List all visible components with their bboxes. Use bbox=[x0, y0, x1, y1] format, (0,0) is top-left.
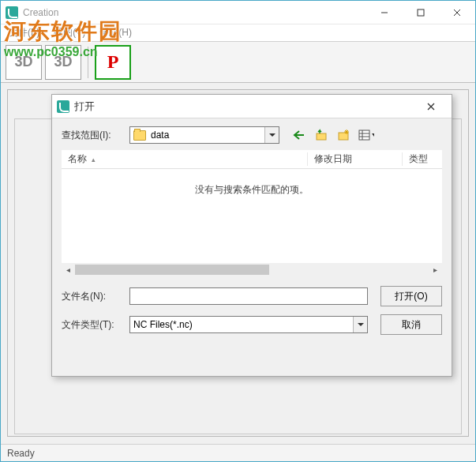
menu-help[interactable]: 帮助(H) bbox=[96, 24, 135, 41]
menu-file[interactable]: 文件(F) bbox=[6, 24, 43, 41]
horizontal-scrollbar[interactable]: ◂ ▸ bbox=[62, 263, 442, 276]
chevron-down-icon bbox=[353, 317, 367, 332]
dialog-body: 查找范围(I): data 名称▴ 修改日期 类型 bbox=[52, 118, 452, 351]
filename-label: 文件名(N): bbox=[62, 290, 125, 303]
chevron-down-icon bbox=[264, 127, 279, 143]
toolbar-3d-button-1[interactable]: 3D bbox=[6, 45, 42, 80]
lookin-combo[interactable]: data bbox=[129, 126, 279, 144]
status-bar: Ready bbox=[1, 444, 475, 461]
dialog-title: 打开 bbox=[74, 100, 95, 114]
lookin-value: data bbox=[151, 130, 169, 141]
column-date[interactable]: 修改日期 bbox=[308, 152, 403, 166]
filetype-row: 文件类型(T): NC Files(*.nc) 取消 bbox=[62, 314, 442, 335]
lookin-row: 查找范围(I): data bbox=[62, 126, 442, 144]
folder-icon bbox=[133, 130, 146, 141]
toolbar: 3D 3D P bbox=[1, 42, 475, 83]
minimize-button[interactable] bbox=[366, 1, 403, 24]
scroll-right-button[interactable]: ▸ bbox=[429, 263, 442, 276]
dialog-titlebar: 打开 bbox=[52, 95, 452, 118]
sort-indicator-icon: ▴ bbox=[92, 156, 96, 163]
nav-icon-group bbox=[292, 127, 374, 143]
lookin-label: 查找范围(I): bbox=[62, 129, 125, 142]
scroll-track[interactable] bbox=[75, 263, 429, 276]
svg-rect-13 bbox=[359, 130, 369, 140]
file-list[interactable]: 名称▴ 修改日期 类型 没有与搜索条件匹配的项。 ◂ ▸ bbox=[62, 150, 442, 276]
toolbar-3d-button-2[interactable]: 3D bbox=[45, 45, 81, 80]
new-folder-icon[interactable] bbox=[336, 127, 352, 143]
filetype-label: 文件类型(T): bbox=[62, 318, 125, 332]
filetype-combo[interactable]: NC Files(*.nc) bbox=[129, 316, 368, 333]
status-text: Ready bbox=[7, 448, 35, 459]
dialog-bottom: 文件名(N): 打开(O) 文件类型(T): NC Files(*.nc) 取消 bbox=[62, 286, 442, 335]
scroll-thumb[interactable] bbox=[75, 265, 269, 275]
dialog-app-icon bbox=[57, 100, 69, 113]
main-titlebar: Creation bbox=[1, 1, 475, 24]
close-button[interactable] bbox=[439, 1, 475, 24]
toolbar-p-button[interactable]: P bbox=[95, 45, 131, 80]
menubar: 文件(F) 视图(V) 帮助(H) bbox=[1, 24, 475, 42]
menu-view[interactable]: 视图(V) bbox=[51, 24, 88, 41]
svg-rect-1 bbox=[418, 9, 424, 16]
scroll-left-button[interactable]: ◂ bbox=[62, 263, 75, 276]
open-file-dialog: 打开 查找范围(I): data bbox=[51, 94, 452, 377]
filetype-value: NC Files(*.nc) bbox=[133, 319, 193, 330]
column-type[interactable]: 类型 bbox=[403, 152, 442, 166]
empty-list-message: 没有与搜索条件匹配的项。 bbox=[62, 169, 442, 197]
filename-row: 文件名(N): 打开(O) bbox=[62, 286, 442, 306]
cancel-button[interactable]: 取消 bbox=[380, 314, 442, 335]
maximize-button[interactable] bbox=[403, 1, 439, 24]
app-icon bbox=[6, 6, 18, 19]
svg-rect-7 bbox=[317, 133, 326, 140]
back-icon[interactable] bbox=[292, 127, 308, 143]
up-one-level-icon[interactable] bbox=[314, 127, 330, 143]
filename-input[interactable] bbox=[129, 287, 368, 305]
window-controls bbox=[366, 1, 475, 24]
main-window: Creation 文件(F) 视图(V) 帮助(H) 3D 3D P 数据格式转… bbox=[0, 0, 476, 462]
dialog-close-button[interactable] bbox=[415, 96, 447, 118]
open-button[interactable]: 打开(O) bbox=[380, 286, 442, 306]
list-header: 名称▴ 修改日期 类型 bbox=[62, 150, 442, 169]
app-title: Creation bbox=[23, 7, 58, 18]
view-menu-icon[interactable] bbox=[358, 127, 374, 143]
column-name[interactable]: 名称▴ bbox=[62, 152, 308, 166]
toolbar-separator bbox=[88, 47, 88, 78]
